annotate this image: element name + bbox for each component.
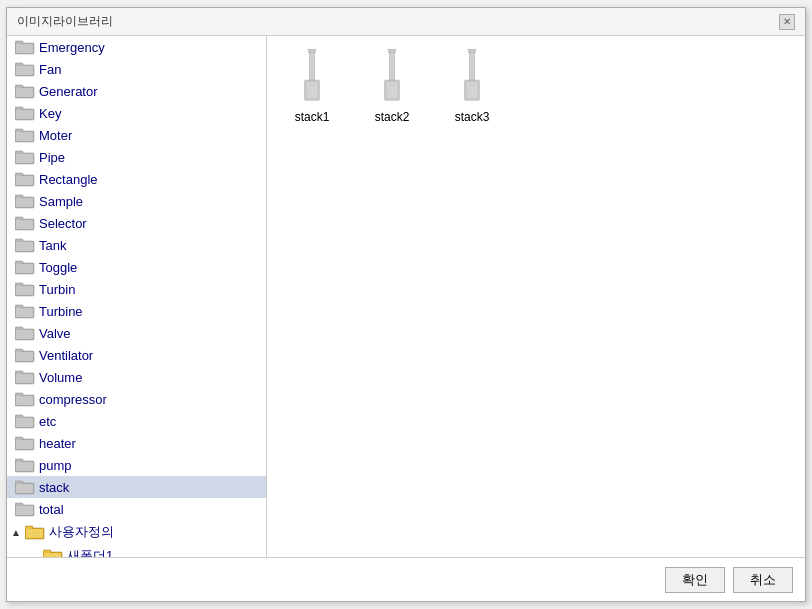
image-library-dialog: 이미지라이브러리 ✕ Emergency Fan Generator Key — [6, 7, 806, 602]
svg-rect-38 — [16, 308, 33, 317]
svg-rect-75 — [307, 82, 318, 99]
tree-item-label: Tank — [39, 238, 66, 253]
title-bar: 이미지라이브러리 ✕ — [7, 8, 805, 36]
folder-icon — [15, 325, 35, 341]
group-label: 사용자정의 — [49, 523, 114, 541]
tree-item-label: heater — [39, 436, 76, 451]
tree-item-emergency[interactable]: Emergency — [7, 36, 266, 58]
tree-item-generator[interactable]: Generator — [7, 80, 266, 102]
tree-item-label: Volume — [39, 370, 82, 385]
svg-rect-8 — [16, 88, 33, 97]
tree-item-label: Turbine — [39, 304, 83, 319]
svg-rect-32 — [16, 264, 33, 273]
svg-rect-2 — [16, 44, 33, 53]
svg-rect-79 — [387, 82, 398, 99]
image-thumb-stack1 — [287, 46, 337, 106]
tree-item-label: Moter — [39, 128, 72, 143]
tree-view[interactable]: Emergency Fan Generator Key Moter Pipe R… — [7, 36, 266, 557]
tree-item-label: Pipe — [39, 150, 65, 165]
folder-icon — [15, 369, 35, 385]
tree-item-label: Rectangle — [39, 172, 98, 187]
folder-icon — [15, 171, 35, 187]
tree-item-rectangle[interactable]: Rectangle — [7, 168, 266, 190]
folder-icon — [15, 303, 35, 319]
close-button[interactable]: ✕ — [779, 14, 795, 30]
folder-icon — [15, 457, 35, 473]
svg-rect-44 — [16, 352, 33, 361]
svg-rect-35 — [16, 286, 33, 295]
tree-item-sample[interactable]: Sample — [7, 190, 266, 212]
svg-rect-17 — [16, 154, 33, 163]
image-item-stack3[interactable]: stack3 — [437, 46, 507, 124]
tree-item-ventilator[interactable]: Ventilator — [7, 344, 266, 366]
tree-item-label: etc — [39, 414, 56, 429]
svg-rect-41 — [16, 330, 33, 339]
tree-item-label: Emergency — [39, 40, 105, 55]
tree-item-label: Ventilator — [39, 348, 93, 363]
tree-item-volume[interactable]: Volume — [7, 366, 266, 388]
tree-item-etc[interactable]: etc — [7, 410, 266, 432]
tree-item-key[interactable]: Key — [7, 102, 266, 124]
tree-item-stack[interactable]: stack — [7, 476, 266, 498]
cancel-button[interactable]: 취소 — [733, 567, 793, 593]
tree-item-total[interactable]: total — [7, 498, 266, 520]
bottom-bar: 확인 취소 — [7, 557, 805, 601]
tree-item-label: stack — [39, 480, 69, 495]
tree-item-label: Valve — [39, 326, 71, 341]
tree-item-label: pump — [39, 458, 72, 473]
folder-icon — [15, 391, 35, 407]
svg-rect-76 — [388, 49, 395, 53]
svg-rect-59 — [16, 462, 33, 471]
tree-item-fan[interactable]: Fan — [7, 58, 266, 80]
tree-item-valve[interactable]: Valve — [7, 322, 266, 344]
tree-item-label: compressor — [39, 392, 107, 407]
tree-item-turbine[interactable]: Turbine — [7, 300, 266, 322]
expand-toggle-icon: ▲ — [11, 527, 21, 538]
left-panel: Emergency Fan Generator Key Moter Pipe R… — [7, 36, 267, 557]
svg-rect-83 — [467, 82, 478, 99]
svg-rect-50 — [16, 396, 33, 405]
tree-group-header-user-defined[interactable]: ▲ 사용자정의 — [7, 520, 266, 544]
tree-item-label: Turbin — [39, 282, 75, 297]
tree-item-selector[interactable]: Selector — [7, 212, 266, 234]
image-item-stack2[interactable]: stack2 — [357, 46, 427, 124]
tree-item-tank[interactable]: Tank — [7, 234, 266, 256]
tree-item-pump[interactable]: pump — [7, 454, 266, 476]
folder-icon — [15, 501, 35, 517]
svg-rect-53 — [16, 418, 33, 427]
tree-item-moter[interactable]: Moter — [7, 124, 266, 146]
svg-rect-14 — [16, 132, 33, 141]
tree-item-toggle[interactable]: Toggle — [7, 256, 266, 278]
folder-icon — [15, 259, 35, 275]
tree-item-label: total — [39, 502, 64, 517]
tree-item-label: Toggle — [39, 260, 77, 275]
tree-item-label: Selector — [39, 216, 87, 231]
svg-rect-73 — [309, 52, 315, 79]
folder-icon — [15, 39, 35, 55]
svg-rect-29 — [16, 242, 33, 251]
svg-rect-20 — [16, 176, 33, 185]
folder-icon — [15, 281, 35, 297]
tree-item-label: Sample — [39, 194, 83, 209]
tree-item-heater[interactable]: heater — [7, 432, 266, 454]
folder-icon — [15, 105, 35, 121]
dialog-title: 이미지라이브러리 — [17, 13, 113, 30]
svg-rect-56 — [16, 440, 33, 449]
svg-rect-71 — [44, 553, 61, 557]
svg-rect-80 — [468, 49, 475, 53]
folder-icon — [15, 61, 35, 77]
tree-item-label: Generator — [39, 84, 98, 99]
confirm-button[interactable]: 확인 — [665, 567, 725, 593]
tree-item-compressor[interactable]: compressor — [7, 388, 266, 410]
svg-rect-47 — [16, 374, 33, 383]
folder-icon — [15, 435, 35, 451]
image-item-stack1[interactable]: stack1 — [277, 46, 347, 124]
image-grid: stack1 stack2 stack3 — [277, 46, 795, 124]
tree-item-turbin[interactable]: Turbin — [7, 278, 266, 300]
tree-item-pipe[interactable]: Pipe — [7, 146, 266, 168]
image-thumb-stack2 — [367, 46, 417, 106]
svg-rect-81 — [469, 52, 475, 79]
svg-rect-72 — [308, 49, 315, 53]
tree-item-new-folder1[interactable]: 새폴더1 — [7, 544, 266, 557]
folder-icon — [15, 83, 35, 99]
